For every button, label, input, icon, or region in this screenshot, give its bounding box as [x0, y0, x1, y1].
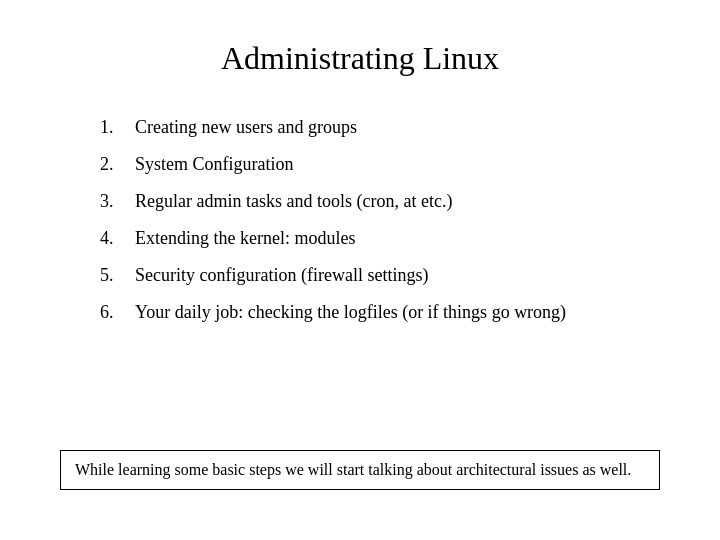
list-item: 5. Security configuration (firewall sett…	[100, 265, 660, 286]
list-text-5: Security configuration (firewall setting…	[135, 265, 428, 286]
slide: Administrating Linux 1. Creating new use…	[0, 0, 720, 540]
list-item: 4. Extending the kernel: modules	[100, 228, 660, 249]
list-number-3: 3.	[100, 191, 135, 212]
list-text-2: System Configuration	[135, 154, 294, 175]
slide-title: Administrating Linux	[60, 40, 660, 77]
list-number-4: 4.	[100, 228, 135, 249]
list-item: 6. Your daily job: checking the logfiles…	[100, 302, 660, 323]
list-item: 3. Regular admin tasks and tools (cron, …	[100, 191, 660, 212]
list-item: 1. Creating new users and groups	[100, 117, 660, 138]
footer-box: While learning some basic steps we will …	[60, 450, 660, 490]
list-number-1: 1.	[100, 117, 135, 138]
list-number-5: 5.	[100, 265, 135, 286]
list-number-2: 2.	[100, 154, 135, 175]
list-text-1: Creating new users and groups	[135, 117, 357, 138]
list-container: 1. Creating new users and groups 2. Syst…	[100, 117, 660, 339]
list-item: 2. System Configuration	[100, 154, 660, 175]
list-text-3: Regular admin tasks and tools (cron, at …	[135, 191, 452, 212]
list-text-4: Extending the kernel: modules	[135, 228, 355, 249]
list-number-6: 6.	[100, 302, 135, 323]
list-text-6: Your daily job: checking the logfiles (o…	[135, 302, 566, 323]
